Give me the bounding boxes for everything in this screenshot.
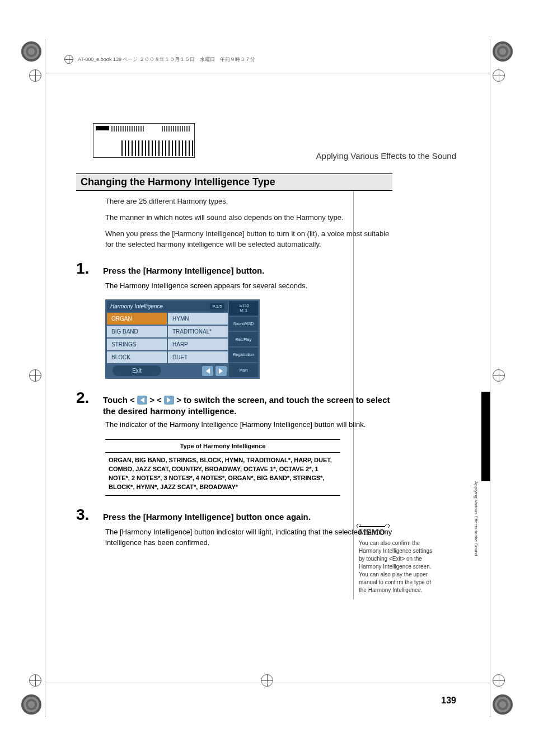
step-2-head-mid: > < (147, 395, 164, 405)
type-table-header: Type of Harmony Intelligence (105, 439, 340, 453)
hi-cell-strings[interactable]: STRINGS (107, 339, 167, 350)
step-2-head-prefix: Touch < (103, 395, 137, 405)
arrow-left-icon[interactable] (202, 366, 213, 376)
arrow-left-icon (137, 396, 147, 405)
memo-column: MEMO You can also confirm the Harmony In… (359, 526, 437, 594)
registration-mark (29, 674, 41, 687)
hi-cell-traditional[interactable]: TRADITIONAL* (168, 326, 228, 337)
type-table-body: ORGAN, BIG BAND, STRINGS, BLOCK, HYMN, T… (105, 453, 340, 496)
step-1-body: The Harmony Intelligence screen appears … (105, 281, 392, 292)
registration-mark (493, 369, 505, 382)
hi-side-recplay[interactable]: Rec/Play (229, 332, 258, 346)
section-heading: Changing the Harmony Intelligence Type (76, 173, 392, 191)
step-3: 3. Press the [Harmony Intelligence] butt… (76, 506, 392, 524)
step-1: 1. Press the [Harmony Intelligence] butt… (76, 260, 392, 278)
step-2-number: 2. (76, 389, 103, 407)
step-2-body: The indicator of the Harmony Intelligenc… (105, 420, 392, 430)
registration-mark (493, 69, 505, 82)
hi-nav-arrows (168, 364, 228, 377)
step-2: 2. Touch < > < > to switch the screen, a… (76, 389, 392, 416)
step-1-heading: Press the [Harmony Intelligence] button. (103, 265, 264, 276)
intro-p3: When you press the [Harmony Intelligence… (105, 229, 392, 250)
intro-p2: The manner in which notes will sound als… (105, 213, 392, 223)
hi-page-indicator: P.1/5 (210, 303, 224, 309)
hi-tempo: ♩=130 M: 1 (229, 301, 258, 316)
hi-cell-duet[interactable]: DUET (168, 351, 228, 363)
chapter-title: Applying Various Effects to the Sound (316, 151, 456, 161)
intro-text: There are 25 different Harmony types. Th… (105, 196, 392, 250)
step-3-heading: Press the [Harmony Intelligence] button … (103, 511, 311, 523)
harmony-type-table: Type of Harmony Intelligence ORGAN, BIG … (105, 439, 340, 496)
step-1-number: 1. (76, 260, 103, 278)
step-3-body: The [Harmony Intelligence] button indica… (105, 527, 392, 548)
side-tab-text: Applying Various Effects to the Sound (474, 481, 479, 556)
hi-cell-harp[interactable]: HARP (168, 339, 228, 350)
hi-cell-hymn[interactable]: HYMN (168, 313, 228, 325)
crop-line (45, 73, 490, 73)
printer-corner-disc (21, 41, 41, 62)
registration-mark (493, 674, 505, 687)
arrow-right-icon (164, 396, 174, 405)
hi-titlebar: Harmony Intelligence P.1/5 (107, 301, 228, 312)
hi-cell-block[interactable]: BLOCK (107, 351, 167, 363)
printer-corner-disc (493, 694, 513, 715)
hi-cell-organ[interactable]: ORGAN (107, 313, 167, 325)
printer-corner-disc (21, 694, 41, 715)
hi-exit-button[interactable]: Exit (113, 365, 161, 376)
page-number: 139 (441, 696, 456, 706)
memo-label: MEMO (359, 526, 385, 538)
keyboard-panel-illustration (93, 123, 195, 158)
harmony-intelligence-screen: Harmony Intelligence P.1/5 ♩=130 M: 1 So… (105, 299, 260, 379)
intro-p1: There are 25 different Harmony types. (105, 196, 392, 207)
registration-mark (29, 69, 41, 82)
arrow-right-icon[interactable] (216, 366, 227, 376)
hi-title: Harmony Intelligence (110, 303, 163, 309)
hi-side-sound[interactable]: Sound/KBD (229, 317, 258, 331)
crop-line (45, 683, 490, 683)
printer-corner-disc (493, 41, 513, 62)
hi-side-main[interactable]: Main (229, 363, 258, 378)
hi-side-registration[interactable]: Registration (229, 348, 258, 362)
registration-mark (29, 369, 41, 382)
step-2-heading: Touch < > < > to switch the screen, and … (103, 394, 392, 416)
memo-text: You can also confirm the Harmony Intelli… (359, 539, 437, 594)
side-tab (481, 392, 490, 481)
hi-cell-bigband[interactable]: BIG BAND (107, 326, 167, 337)
page-frame: Applying Various Effects to the Sound Ch… (45, 39, 490, 717)
hi-side-column: ♩=130 M: 1 Sound/KBD Rec/Play Registrati… (229, 301, 258, 377)
step-3-number: 3. (76, 506, 103, 524)
main-content: Changing the Harmony Intelligence Type T… (76, 173, 392, 548)
